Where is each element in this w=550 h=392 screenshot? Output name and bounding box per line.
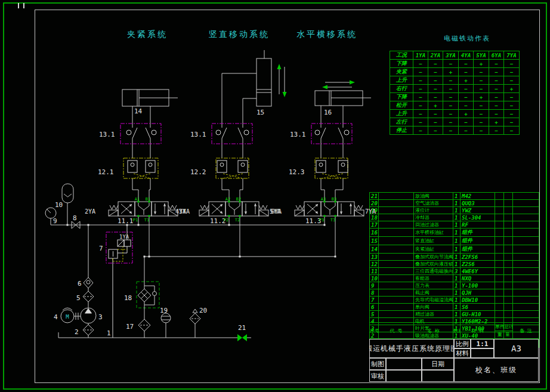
vertical-motion-arrows [277, 64, 287, 97]
label-item-19: 19 [160, 307, 168, 314]
port-a3: A3 [321, 197, 326, 202]
drain-valve-21 [237, 334, 247, 341]
hydraulic-lock-3 [315, 158, 348, 178]
label-throttle-3: 13.1 [290, 131, 306, 138]
label-cyl-14: 14 [134, 107, 143, 115]
fine-filter-5 [83, 291, 94, 308]
level-gauge-19 [161, 313, 171, 338]
hydraulic-schematic: 14 15 16 13.1 13.1 13.1 12.1 12.2 12.3 1… [0, 0, 550, 392]
label-lock-2: 12.2 [190, 168, 206, 176]
port-t2: T2 [235, 218, 240, 223]
vertical-wires [222, 73, 257, 257]
label-item-6: 6 [78, 280, 82, 288]
vane-pump [81, 308, 96, 325]
label-7ya: 7YA [365, 208, 376, 215]
vertical-cylinder [257, 50, 271, 106]
label-lock-3: 12.3 [289, 168, 305, 176]
port-p1: P1 [133, 218, 138, 223]
horizontal-wires [321, 106, 343, 257]
label-throttle-2: 13.1 [190, 131, 206, 138]
hydraulic-lock-2 [216, 158, 249, 178]
port-t1: T1 [144, 218, 149, 223]
label-cyl-15: 15 [257, 109, 264, 116]
horizontal-cylinder [315, 91, 371, 106]
label-item-4: 4 [54, 313, 58, 321]
throttle-block-1 [120, 124, 161, 144]
label-item-10: 10 [55, 201, 63, 209]
electric-motor [61, 308, 81, 323]
label-item-9: 9 [53, 217, 57, 225]
label-valve-1: 11.1 [118, 217, 134, 225]
label-item-20: 20 [199, 307, 207, 314]
label-item-3: 3 [98, 313, 103, 321]
solenoid-relief-valve [106, 225, 132, 338]
label-lock-1: 12.1 [98, 168, 114, 176]
label-item-18: 18 [124, 294, 132, 302]
cooler [137, 257, 159, 319]
port-t3: T3 [330, 218, 335, 223]
port-b2: B2 [236, 197, 241, 202]
check-valve-6 [84, 225, 93, 291]
horizontal-motion-arrows [322, 81, 355, 89]
port-b1: B1 [146, 197, 150, 202]
label-item-5: 5 [76, 294, 81, 302]
port-a2: A2 [225, 197, 230, 202]
label-item-7: 7 [99, 245, 103, 252]
junction-dots [67, 224, 336, 258]
label-2ya: 2YA [85, 208, 95, 215]
return-filter-17 [138, 319, 150, 338]
port-a1: A1 [135, 197, 140, 202]
suction-filter-2 [83, 325, 94, 338]
directional-valve-3 [295, 201, 364, 217]
tank-line [58, 332, 251, 338]
motor-letter: M [66, 314, 69, 320]
label-item-17: 17 [126, 323, 134, 331]
directional-valve-1 [109, 201, 178, 217]
throttle-block-3 [311, 124, 352, 144]
label-cyl-16: 16 [324, 109, 332, 116]
port-p3: P3 [319, 218, 324, 223]
port-b3: B3 [332, 197, 336, 202]
label-4ya: 4YA [175, 208, 186, 215]
directional-valve-2 [199, 201, 268, 217]
label-1ya: 1YA [119, 234, 129, 240]
label-item-1: 1 [107, 329, 111, 337]
label-item-8: 8 [73, 214, 77, 222]
clamp-wires [132, 106, 150, 257]
label-throttle-1: 13.1 [99, 131, 115, 138]
label-item-2: 2 [75, 328, 79, 336]
cad-drawing-canvas: 夹紧系统 竖直移动系统 水平横移系统 电磁铁动作表 工况 1YA 2YA 3YA… [0, 0, 550, 392]
hydraulic-lock-1 [123, 158, 158, 178]
clamp-cylinder [122, 89, 178, 106]
throttle-block-2 [212, 124, 252, 144]
label-item-21: 21 [238, 324, 246, 332]
port-p2: P2 [224, 218, 228, 223]
label-6ya: 6YA [271, 208, 282, 215]
accumulator [62, 184, 73, 225]
